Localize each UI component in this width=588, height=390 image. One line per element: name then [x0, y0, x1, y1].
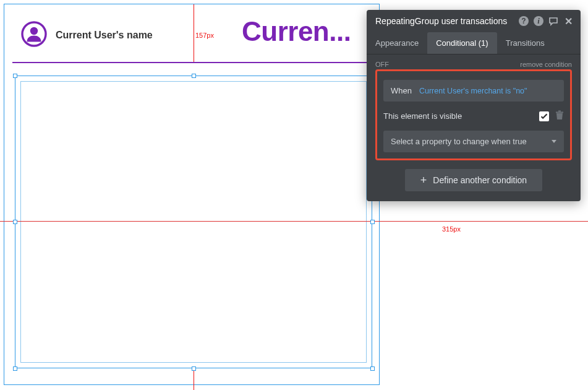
trash-icon[interactable] — [555, 110, 564, 122]
visible-row: This element is visible — [383, 110, 564, 122]
panel-tabs: Appearance Conditional (1) Transitions — [367, 32, 581, 54]
tab-appearance[interactable]: Appearance — [367, 32, 427, 54]
define-button-label: Define another condition — [433, 175, 527, 185]
panel-title: RepeatingGroup user transactions — [375, 16, 514, 26]
svg-rect-2 — [556, 112, 563, 113]
when-expression-bar[interactable]: When Current User's merchant is "no" — [383, 80, 564, 102]
dimension-label-157: 157px — [195, 32, 214, 39]
visible-label: This element is visible — [383, 111, 462, 121]
chevron-down-icon — [552, 140, 556, 143]
dimension-label-315: 315px — [442, 225, 461, 233]
resize-handle-bc[interactable] — [192, 366, 196, 371]
divider-purple — [12, 62, 373, 63]
comment-icon[interactable] — [548, 16, 558, 26]
property-select-placeholder: Select a property to change when true — [391, 137, 527, 146]
close-icon[interactable]: ✕ — [563, 16, 573, 26]
user-name-label: Current User's name — [56, 30, 153, 41]
resize-handle-br[interactable] — [370, 366, 375, 371]
measure-line-vertical-bottom — [194, 368, 194, 390]
visible-checkbox[interactable] — [539, 111, 549, 121]
help-icon[interactable]: ? — [519, 16, 529, 26]
svg-rect-3 — [558, 111, 561, 112]
panel-body: OFF remove condition When Current User's… — [367, 54, 581, 201]
condition-status-off[interactable]: OFF — [375, 61, 389, 68]
property-select-dropdown[interactable]: Select a property to change when true — [383, 131, 564, 152]
properties-panel[interactable]: RepeatingGroup user transactions ? i ✕ A… — [367, 10, 581, 201]
panel-header[interactable]: RepeatingGroup user transactions ? i ✕ — [367, 10, 581, 32]
repeatinggroup-cell-outline — [20, 81, 367, 363]
when-label: When — [391, 86, 412, 95]
measure-line-horizontal — [0, 221, 588, 222]
heading-truncated[interactable]: Curren... — [242, 16, 351, 47]
highlighted-condition-block: When Current User's merchant is "no" Thi… — [375, 69, 572, 160]
tab-conditional[interactable]: Conditional (1) — [427, 32, 497, 54]
resize-handle-ml[interactable] — [13, 220, 17, 224]
plus-icon: + — [420, 176, 427, 184]
measure-line-vertical-top — [194, 4, 194, 63]
condition-remove-link[interactable]: remove condition — [520, 61, 572, 68]
resize-handle-mr[interactable] — [370, 220, 375, 224]
tab-transitions[interactable]: Transitions — [497, 32, 553, 54]
user-block[interactable]: Current User's name — [21, 21, 153, 50]
editor-canvas[interactable]: 157px Current User's name Curren... 315p… — [0, 0, 588, 390]
resize-handle-tl[interactable] — [13, 74, 17, 78]
define-another-condition-button[interactable]: + Define another condition — [405, 169, 542, 191]
when-expression-text[interactable]: Current User's merchant is "no" — [419, 87, 527, 95]
user-avatar-icon — [21, 21, 47, 50]
resize-handle-tc[interactable] — [192, 74, 196, 78]
svg-point-1 — [30, 27, 38, 35]
condition-status-row: OFF remove condition — [375, 61, 572, 68]
resize-handle-bl[interactable] — [13, 366, 17, 371]
info-icon[interactable]: i — [534, 16, 543, 26]
